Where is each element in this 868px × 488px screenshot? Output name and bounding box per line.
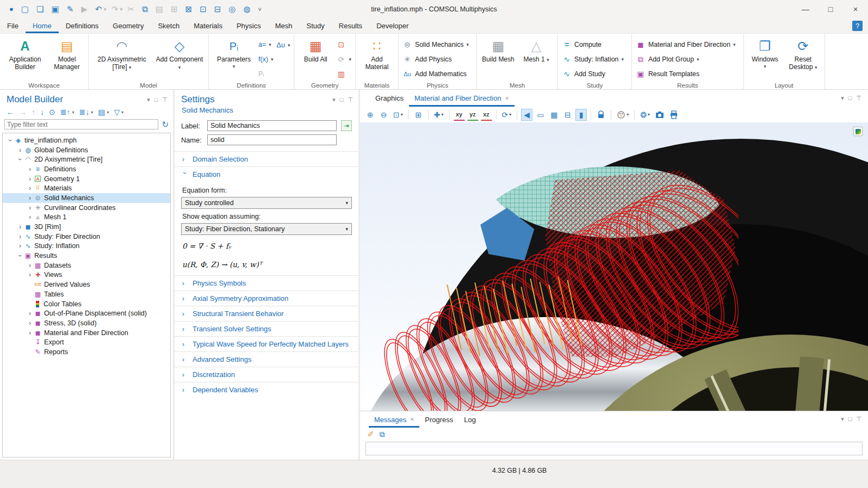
tab-graphics[interactable]: Graphics (370, 90, 409, 107)
pin-icon[interactable]: ⊤ (856, 416, 861, 423)
new-file-icon[interactable]: ▢ (21, 4, 29, 14)
parameters-button[interactable]: Pᵢ Parameters ▾ (213, 36, 255, 80)
section-wave-speed[interactable]: ›Typical Wave Speed for Perfectly Matche… (175, 336, 358, 351)
open-file-icon[interactable]: ❏ (36, 4, 44, 14)
windows-button[interactable]: ❐ Windows ▾ (748, 36, 783, 80)
virtual-operations-button[interactable]: ▥ (336, 67, 351, 80)
find-icon[interactable]: ◎ (228, 4, 235, 14)
save-icon[interactable]: ▣ (52, 4, 59, 14)
tab-log[interactable]: Log (458, 411, 481, 428)
move-up-icon[interactable]: ↑ (32, 108, 35, 116)
chevron-icon[interactable]: › (17, 146, 23, 154)
caret-icon[interactable]: ▾ (72, 110, 74, 115)
tree-item[interactable]: ›▣Results (3, 251, 170, 261)
chevron-icon[interactable]: › (27, 165, 33, 173)
result-templates-button[interactable]: ▣Result Templates (636, 67, 736, 80)
add-component-button[interactable]: ◇ Add Component ▾ (154, 36, 204, 80)
tab-materials[interactable]: Materials (187, 18, 230, 33)
chevron-icon[interactable]: › (27, 262, 33, 269)
add-material-button[interactable]: ∷ Add Material (359, 36, 394, 80)
chevron-icon[interactable]: › (27, 319, 33, 327)
nonlocal-couplings-button[interactable]: Δu▾ (277, 39, 290, 51)
close-tab-icon[interactable]: × (410, 416, 414, 423)
chevron-icon[interactable]: › (7, 137, 14, 144)
chevron-icon[interactable]: › (27, 194, 33, 202)
tab-home[interactable]: Home (26, 18, 59, 33)
caret-icon[interactable]: ▾ (107, 110, 109, 115)
paste-icon[interactable]: ▤ (156, 4, 163, 14)
tab-file[interactable]: File (0, 18, 26, 33)
tree-item[interactable]: ›▦Datasets (3, 261, 170, 270)
tab-sketch[interactable]: Sketch (151, 18, 187, 33)
color-palette-icon[interactable]: ▾ (615, 109, 630, 121)
zoom-in-icon[interactable]: ⊕ (364, 109, 376, 121)
undo-caret-icon[interactable]: ˅ (103, 7, 106, 12)
chevron-icon[interactable]: › (27, 329, 33, 337)
grid-icon[interactable]: ▦ (548, 109, 560, 121)
add-study-button[interactable]: ∿Add Study (562, 67, 624, 80)
tab-study[interactable]: Study (300, 18, 332, 33)
compute-button[interactable]: =Compute (562, 39, 624, 51)
tree-item[interactable]: ›◈tire_inflation.mph (3, 135, 170, 145)
chevron-icon[interactable]: › (27, 213, 33, 221)
tree-item[interactable]: ›∿Study: Inflation (3, 242, 170, 251)
redo-icon[interactable]: ↷ (111, 4, 119, 14)
help-button[interactable]: ? (852, 21, 863, 31)
print-icon[interactable] (668, 109, 680, 121)
solid-mechanics-button[interactable]: ⊜Solid Mechanics▾ (402, 39, 469, 51)
tree-item-selected[interactable]: ›⊜Solid Mechanics (3, 193, 170, 203)
tree-item[interactable]: ›◠2D Axisymmetric [Tire] (3, 155, 170, 164)
section-physics-symbols[interactable]: ›Physics Symbols (175, 275, 358, 291)
update-icon[interactable]: ❂▾ (638, 109, 652, 121)
undo-icon[interactable]: ↶ (95, 4, 102, 14)
tree-item[interactable]: ›✎Reports (3, 347, 170, 357)
cut-icon[interactable]: ✂ (128, 4, 135, 14)
zoom-box-icon[interactable]: ⊡▾ (392, 109, 405, 121)
add-mathematics-button[interactable]: ΔuAdd Mathematics (402, 67, 469, 80)
section-axial-symmetry[interactable]: ›Axial Symmetry Approximation (175, 291, 358, 306)
import-geometry-button[interactable]: ⊡ (336, 39, 351, 51)
show-icon[interactable]: ⊙ (49, 108, 55, 116)
tab-progress[interactable]: Progress (419, 411, 458, 428)
tree-item[interactable]: ›✚Views (3, 270, 170, 280)
expand-all-icon[interactable]: ≣↓ (79, 108, 89, 116)
view-yz-button[interactable]: yz (467, 109, 479, 121)
panel-menu-icon[interactable]: ▾ (841, 416, 844, 423)
section-discretization[interactable]: ›Discretization (175, 367, 358, 382)
tab-definitions[interactable]: Definitions (59, 18, 106, 33)
tree-item[interactable]: ›◼Material and Fiber Direction (3, 328, 170, 338)
tree-item[interactable]: ›8.85Derived Values (3, 280, 170, 289)
customize-toolbar-icon[interactable]: ˅ (258, 6, 261, 13)
model-manager-button[interactable]: ▤ Model Manager (49, 36, 84, 80)
copy-messages-icon[interactable]: ⧉ (380, 430, 385, 439)
chevron-icon[interactable]: › (27, 175, 33, 183)
variables-button[interactable]: a=▾ (258, 39, 274, 51)
tree-item[interactable]: ›≡Definitions (3, 164, 170, 174)
color-legend-icon[interactable]: ▮ (575, 109, 587, 121)
speaker-icon[interactable]: ◀ (521, 109, 532, 121)
minimize-button[interactable]: — (793, 0, 818, 18)
caret-icon[interactable]: ▾ (91, 110, 93, 115)
messages-output[interactable] (365, 442, 863, 455)
tree-item[interactable]: ›AGeometry 1 (3, 174, 170, 184)
pin-icon[interactable]: ⊤ (162, 96, 168, 103)
section-equation[interactable]: ›Equation (175, 166, 358, 182)
build-mesh-button[interactable]: ▦ Build Mesh (481, 36, 516, 80)
close-tab-icon[interactable]: × (505, 95, 509, 102)
tab-developer[interactable]: Developer (369, 18, 416, 33)
reset-desktop-button[interactable]: ⟳ Reset Desktop ▾ (786, 36, 821, 80)
zoom-out-icon[interactable]: ⊖ (378, 109, 389, 121)
delete-icon[interactable]: ⊠ (185, 4, 193, 14)
tab-messages[interactable]: Messages× (369, 411, 419, 428)
tab-mesh[interactable]: Mesh (268, 18, 300, 33)
update-geometry-button[interactable]: ⟳▾ (336, 53, 351, 66)
float-panel-icon[interactable]: □ (848, 416, 852, 423)
node-text-icon[interactable]: ▤ (98, 108, 105, 116)
tree-item[interactable]: ›↧Export (3, 337, 170, 347)
add-physics-button[interactable]: ✳Add Physics (402, 53, 469, 66)
equation-form-select[interactable]: Study controlled▾ (181, 197, 352, 209)
chevron-icon[interactable]: › (17, 242, 23, 250)
material-fiber-direction-button[interactable]: ◼Material and Fiber Direction▾ (636, 39, 736, 51)
label-input[interactable] (207, 120, 337, 131)
view-xz-button[interactable]: xz (481, 109, 492, 121)
